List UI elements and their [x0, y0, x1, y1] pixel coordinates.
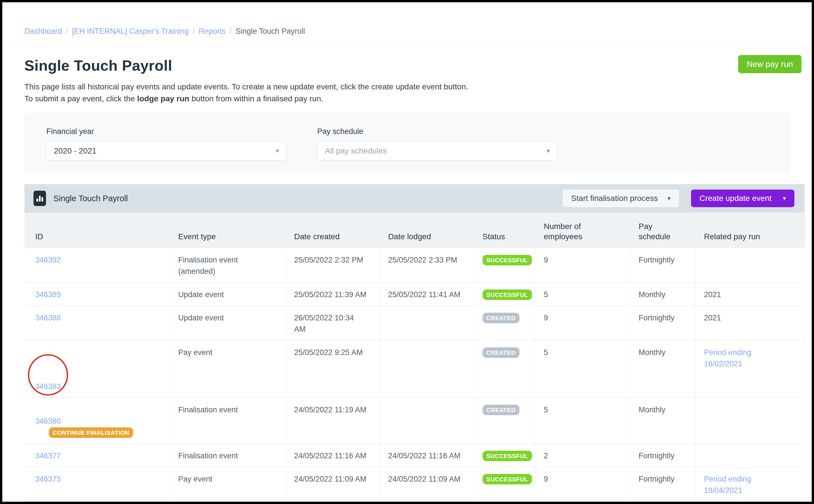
- breadcrumb-separator: /: [230, 27, 232, 36]
- pay-schedule-cell: Fortnightly: [630, 501, 695, 504]
- event-id-link[interactable]: 346375: [35, 475, 61, 483]
- pay-schedule-cell: Monthly: [630, 340, 695, 398]
- employees-cell: 2: [535, 444, 630, 467]
- date-created-cell: 24/05/2022 10:55 AM: [286, 501, 379, 504]
- table-header-row: ID Event type Date created Date lodged S…: [24, 213, 805, 248]
- stp-events-table-card: Single Touch Payroll Start finalisation …: [24, 184, 805, 504]
- related-pay-run-cell: [695, 444, 805, 467]
- pay-schedule-cell: Fortnightly: [630, 444, 695, 467]
- table-row: 346389 Update event 25/05/2022 11:39 AM …: [24, 282, 805, 306]
- employees-cell: 5: [535, 340, 630, 398]
- table-header-bar: Single Touch Payroll Start finalisation …: [24, 184, 805, 213]
- date-created-cell: 25/05/2022 11:39 AM: [286, 282, 379, 306]
- date-lodged-cell: 25/05/2022 2:33 PM: [379, 248, 474, 282]
- pay-schedule-filter: Pay schedule All pay schedules ▾: [317, 127, 557, 161]
- breadcrumb-separator: /: [192, 27, 195, 36]
- related-pay-run-link[interactable]: Period ending 19/04/2021: [704, 475, 752, 495]
- event-id-link[interactable]: 346389: [35, 290, 61, 299]
- date-created-cell: 25/05/2022 2:32 PM: [286, 248, 379, 282]
- breadcrumb-reports[interactable]: Reports: [198, 27, 226, 36]
- status-badge: SUCCESSFUL: [482, 474, 532, 484]
- event-type-cell: Finalisation event: [169, 444, 286, 467]
- employees-cell: 5: [535, 282, 630, 306]
- status-badge: CREATED: [482, 313, 520, 323]
- event-type-cell: Finalisation event (amended): [169, 248, 286, 282]
- breadcrumb-dashboard[interactable]: Dashboard: [24, 27, 62, 36]
- financial-year-select[interactable]: 2020 - 2021 ▾: [46, 141, 286, 161]
- date-created-cell: 24/05/2022 11:16 AM: [286, 444, 379, 467]
- column-header-related-pay-run: Related pay run: [695, 213, 805, 248]
- continue-finalisation-badge[interactable]: CONTINUE FINALISATION: [49, 427, 133, 438]
- pay-schedule-cell: Fortnightly: [630, 306, 695, 340]
- financial-year-label: Financial year: [46, 127, 286, 136]
- employees-cell: 9: [535, 306, 630, 340]
- chevron-down-icon: ▾: [668, 195, 671, 202]
- column-header-employees: Number of employees: [535, 213, 630, 248]
- pay-schedule-select[interactable]: All pay schedules ▾: [317, 141, 557, 161]
- date-lodged-cell: 24/05/2022 10:55 AM: [379, 501, 474, 504]
- column-header-date-created: Date created: [286, 213, 379, 248]
- event-type-cell: Pay event: [169, 467, 286, 501]
- related-pay-run-cell: 2021: [695, 306, 805, 340]
- table-row: 346375 Pay event 24/05/2022 11:09 AM 24/…: [24, 467, 805, 501]
- page-header: Single Touch Payroll New pay run This pa…: [24, 56, 790, 105]
- event-id-link-circled[interactable]: 346383: [35, 382, 61, 391]
- start-finalisation-process-button[interactable]: Start finalisation process ▾: [563, 190, 679, 207]
- date-lodged-cell: [379, 398, 474, 444]
- event-type-cell: Pay event: [169, 501, 286, 504]
- pay-schedule-cell: Fortnightly: [630, 248, 695, 282]
- breadcrumb-org[interactable]: [EH INTERNAL] Casper's Training: [72, 27, 188, 36]
- event-id-link[interactable]: 346380: [35, 417, 61, 425]
- status-badge: CREATED: [482, 405, 520, 415]
- column-header-event-type: Event type: [169, 213, 286, 248]
- table-row: 346392 Finalisation event (amended) 25/0…: [24, 248, 805, 282]
- table-row: 346377 Finalisation event 24/05/2022 11:…: [24, 444, 805, 467]
- breadcrumb-separator: /: [66, 27, 68, 36]
- table-row: 346373 Pay event 24/05/2022 10:55 AM 24/…: [24, 501, 805, 504]
- table-row: 346380 CONTINUE FINALISATION Finalisatio…: [24, 398, 805, 444]
- column-header-status: Status: [474, 213, 535, 248]
- employees-cell: 9: [535, 467, 630, 501]
- event-type-cell: Finalisation event: [169, 398, 286, 444]
- column-header-id: ID: [24, 213, 169, 248]
- page-description: This page lists all historical pay event…: [24, 81, 790, 105]
- pay-schedule-cell: Monthly: [630, 282, 695, 306]
- table-row: 346388 Update event 26/05/2022 10:34 AM …: [24, 306, 805, 340]
- app-window: Dashboard / [EH INTERNAL] Casper's Train…: [0, 0, 814, 504]
- date-created-cell: 25/05/2022 9:25 AM: [286, 340, 379, 398]
- status-badge: SUCCESSFUL: [482, 289, 532, 300]
- create-update-event-button[interactable]: Create update event ▾: [691, 190, 794, 207]
- date-lodged-cell: 25/05/2022 11:41 AM: [379, 282, 474, 306]
- status-badge: CREATED: [482, 347, 520, 358]
- date-lodged-cell: [379, 340, 474, 398]
- pay-schedule-cell: Fortnightly: [630, 467, 695, 501]
- report-chart-icon: [33, 191, 46, 206]
- table-title: Single Touch Payroll: [53, 194, 128, 203]
- page-title: Single Touch Payroll: [24, 56, 790, 75]
- related-pay-run-cell: [695, 248, 805, 282]
- event-id-link[interactable]: 346388: [35, 314, 61, 322]
- event-id-link[interactable]: 346392: [35, 256, 61, 264]
- pay-schedule-cell: Monthly: [630, 398, 695, 444]
- new-pay-run-button[interactable]: New pay run: [738, 55, 802, 73]
- related-pay-run-cell: [695, 398, 805, 444]
- event-type-cell: Pay event: [169, 340, 286, 398]
- related-pay-run-link[interactable]: Period ending 16/02/2021: [704, 348, 752, 368]
- date-lodged-cell: 24/05/2022 11:16 AM: [379, 444, 474, 467]
- related-pay-run-cell: 2021: [695, 282, 805, 306]
- event-type-cell: Update event: [169, 306, 286, 340]
- breadcrumb: Dashboard / [EH INTERNAL] Casper's Train…: [2, 2, 812, 46]
- pay-schedule-placeholder: All pay schedules: [325, 146, 387, 156]
- event-type-cell: Update event: [169, 282, 286, 306]
- stp-events-table: ID Event type Date created Date lodged S…: [24, 213, 805, 504]
- date-lodged-cell: [379, 306, 474, 340]
- table-row: 346383 Pay event 25/05/2022 9:25 AM CREA…: [24, 340, 805, 398]
- employees-cell: 7: [535, 501, 630, 504]
- chevron-down-icon: ▾: [547, 147, 550, 155]
- chevron-down-icon: ▾: [276, 147, 279, 155]
- status-badge: SUCCESSFUL: [482, 255, 532, 265]
- column-header-date-lodged: Date lodged: [379, 213, 474, 248]
- event-id-link[interactable]: 346377: [35, 451, 61, 460]
- date-created-cell: 24/05/2022 11:09 AM: [286, 467, 379, 501]
- column-header-pay-schedule: Pay schedule: [630, 213, 695, 248]
